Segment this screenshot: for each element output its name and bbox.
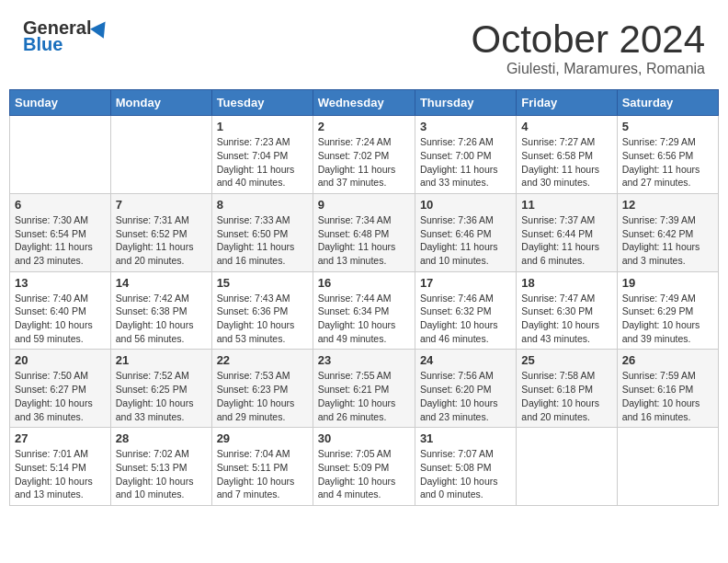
calendar-cell: 3Sunrise: 7:26 AM Sunset: 7:00 PM Daylig…: [415, 116, 516, 194]
day-number: 9: [318, 198, 410, 212]
day-info: Sunrise: 7:07 AM Sunset: 5:08 PM Dayligh…: [420, 447, 511, 501]
day-number: 30: [318, 431, 410, 445]
day-number: 18: [521, 276, 611, 290]
day-info: Sunrise: 7:50 AM Sunset: 6:27 PM Dayligh…: [15, 369, 106, 423]
day-number: 17: [420, 276, 511, 290]
day-info: Sunrise: 7:55 AM Sunset: 6:21 PM Dayligh…: [318, 369, 410, 423]
day-number: 3: [420, 120, 511, 133]
calendar-cell: 12Sunrise: 7:39 AM Sunset: 6:42 PM Dayli…: [617, 193, 718, 271]
day-info: Sunrise: 7:01 AM Sunset: 5:14 PM Dayligh…: [15, 447, 106, 501]
logo-blue-text: Blue: [23, 35, 109, 53]
calendar-cell: 10Sunrise: 7:36 AM Sunset: 6:46 PM Dayli…: [415, 193, 516, 271]
day-number: 22: [217, 353, 308, 367]
calendar-cell: 30Sunrise: 7:05 AM Sunset: 5:09 PM Dayli…: [313, 428, 415, 506]
day-of-week-header: Wednesday: [313, 90, 415, 116]
day-number: 29: [217, 431, 308, 445]
calendar-cell: 11Sunrise: 7:37 AM Sunset: 6:44 PM Dayli…: [517, 193, 617, 271]
day-number: 14: [116, 276, 207, 290]
day-info: Sunrise: 7:36 AM Sunset: 6:46 PM Dayligh…: [420, 213, 511, 268]
day-of-week-header: Tuesday: [211, 90, 313, 116]
day-info: Sunrise: 7:59 AM Sunset: 6:16 PM Dayligh…: [622, 369, 713, 423]
day-number: 23: [318, 353, 410, 367]
day-info: Sunrise: 7:23 AM Sunset: 7:04 PM Dayligh…: [217, 135, 308, 190]
day-number: 10: [420, 198, 511, 212]
calendar-week-row: 27Sunrise: 7:01 AM Sunset: 5:14 PM Dayli…: [10, 428, 719, 506]
day-number: 6: [15, 198, 106, 212]
day-of-week-header: Friday: [517, 90, 617, 116]
page-header: General Blue October 2024 Giulesti, Mara…: [9, 9, 719, 82]
calendar-cell: 14Sunrise: 7:42 AM Sunset: 6:38 PM Dayli…: [110, 271, 211, 350]
calendar-title-section: October 2024 Giulesti, Maramures, Romani…: [471, 18, 705, 77]
day-number: 8: [217, 198, 308, 212]
day-number: 19: [622, 276, 713, 290]
day-info: Sunrise: 7:53 AM Sunset: 6:23 PM Dayligh…: [217, 369, 308, 423]
day-info: Sunrise: 7:04 AM Sunset: 5:11 PM Dayligh…: [217, 447, 308, 501]
day-number: 11: [521, 198, 611, 212]
day-number: 24: [420, 353, 511, 367]
calendar-week-row: 20Sunrise: 7:50 AM Sunset: 6:27 PM Dayli…: [10, 350, 719, 428]
day-number: 5: [622, 120, 713, 133]
day-info: Sunrise: 7:47 AM Sunset: 6:30 PM Dayligh…: [521, 292, 611, 346]
day-info: Sunrise: 7:46 AM Sunset: 6:32 PM Dayligh…: [420, 292, 511, 346]
day-info: Sunrise: 7:26 AM Sunset: 7:00 PM Dayligh…: [420, 135, 511, 190]
day-number: 7: [116, 198, 207, 212]
calendar-cell: 21Sunrise: 7:52 AM Sunset: 6:25 PM Dayli…: [110, 350, 211, 428]
logo: General Blue: [23, 18, 109, 53]
day-of-week-header: Monday: [110, 90, 211, 116]
calendar-table: SundayMondayTuesdayWednesdayThursdayFrid…: [9, 89, 719, 506]
calendar-header-row: SundayMondayTuesdayWednesdayThursdayFrid…: [10, 90, 719, 116]
calendar-cell: 2Sunrise: 7:24 AM Sunset: 7:02 PM Daylig…: [313, 116, 415, 194]
calendar-cell: 20Sunrise: 7:50 AM Sunset: 6:27 PM Dayli…: [10, 350, 111, 428]
calendar-week-row: 6Sunrise: 7:30 AM Sunset: 6:54 PM Daylig…: [10, 193, 719, 271]
day-number: 26: [622, 353, 713, 367]
day-number: 31: [420, 431, 511, 445]
day-number: 15: [217, 276, 308, 290]
calendar-cell: [10, 116, 111, 194]
calendar-cell: 18Sunrise: 7:47 AM Sunset: 6:30 PM Dayli…: [517, 271, 617, 350]
calendar-cell: [517, 428, 617, 506]
calendar-cell: 15Sunrise: 7:43 AM Sunset: 6:36 PM Dayli…: [211, 271, 313, 350]
calendar-cell: 22Sunrise: 7:53 AM Sunset: 6:23 PM Dayli…: [211, 350, 313, 428]
calendar-cell: 16Sunrise: 7:44 AM Sunset: 6:34 PM Dayli…: [313, 271, 415, 350]
calendar-cell: 28Sunrise: 7:02 AM Sunset: 5:13 PM Dayli…: [110, 428, 211, 506]
calendar-cell: 5Sunrise: 7:29 AM Sunset: 6:56 PM Daylig…: [617, 116, 718, 194]
day-info: Sunrise: 7:24 AM Sunset: 7:02 PM Dayligh…: [318, 135, 410, 190]
day-info: Sunrise: 7:43 AM Sunset: 6:36 PM Dayligh…: [217, 292, 308, 346]
calendar-cell: 1Sunrise: 7:23 AM Sunset: 7:04 PM Daylig…: [211, 116, 313, 194]
location-title: Giulesti, Maramures, Romania: [471, 61, 705, 77]
day-number: 20: [15, 353, 106, 367]
day-info: Sunrise: 7:05 AM Sunset: 5:09 PM Dayligh…: [318, 447, 410, 501]
day-of-week-header: Sunday: [10, 90, 111, 116]
day-info: Sunrise: 7:37 AM Sunset: 6:44 PM Dayligh…: [521, 213, 611, 268]
day-info: Sunrise: 7:39 AM Sunset: 6:42 PM Dayligh…: [622, 213, 713, 268]
day-number: 2: [318, 120, 410, 133]
day-info: Sunrise: 7:49 AM Sunset: 6:29 PM Dayligh…: [622, 292, 713, 346]
day-info: Sunrise: 7:29 AM Sunset: 6:56 PM Dayligh…: [622, 135, 713, 190]
calendar-cell: 9Sunrise: 7:34 AM Sunset: 6:48 PM Daylig…: [313, 193, 415, 271]
calendar-cell: 13Sunrise: 7:40 AM Sunset: 6:40 PM Dayli…: [10, 271, 111, 350]
day-of-week-header: Thursday: [415, 90, 516, 116]
calendar-cell: 7Sunrise: 7:31 AM Sunset: 6:52 PM Daylig…: [110, 193, 211, 271]
day-info: Sunrise: 7:44 AM Sunset: 6:34 PM Dayligh…: [318, 292, 410, 346]
day-info: Sunrise: 7:40 AM Sunset: 6:40 PM Dayligh…: [15, 292, 106, 346]
calendar-cell: 29Sunrise: 7:04 AM Sunset: 5:11 PM Dayli…: [211, 428, 313, 506]
day-info: Sunrise: 7:58 AM Sunset: 6:18 PM Dayligh…: [521, 369, 611, 423]
day-of-week-header: Saturday: [617, 90, 718, 116]
calendar-cell: 24Sunrise: 7:56 AM Sunset: 6:20 PM Dayli…: [415, 350, 516, 428]
calendar-cell: 26Sunrise: 7:59 AM Sunset: 6:16 PM Dayli…: [617, 350, 718, 428]
calendar-week-row: 13Sunrise: 7:40 AM Sunset: 6:40 PM Dayli…: [10, 271, 719, 350]
day-number: 4: [521, 120, 611, 133]
day-info: Sunrise: 7:34 AM Sunset: 6:48 PM Dayligh…: [318, 213, 410, 268]
calendar-cell: 27Sunrise: 7:01 AM Sunset: 5:14 PM Dayli…: [10, 428, 111, 506]
day-info: Sunrise: 7:33 AM Sunset: 6:50 PM Dayligh…: [217, 213, 308, 268]
day-info: Sunrise: 7:27 AM Sunset: 6:58 PM Dayligh…: [521, 135, 611, 190]
calendar-cell: 25Sunrise: 7:58 AM Sunset: 6:18 PM Dayli…: [517, 350, 617, 428]
day-number: 27: [15, 431, 106, 445]
day-number: 1: [217, 120, 308, 133]
day-number: 12: [622, 198, 713, 212]
day-info: Sunrise: 7:30 AM Sunset: 6:54 PM Dayligh…: [15, 213, 106, 268]
day-number: 28: [116, 431, 207, 445]
calendar-cell: 8Sunrise: 7:33 AM Sunset: 6:50 PM Daylig…: [211, 193, 313, 271]
day-number: 16: [318, 276, 410, 290]
day-info: Sunrise: 7:52 AM Sunset: 6:25 PM Dayligh…: [116, 369, 207, 423]
